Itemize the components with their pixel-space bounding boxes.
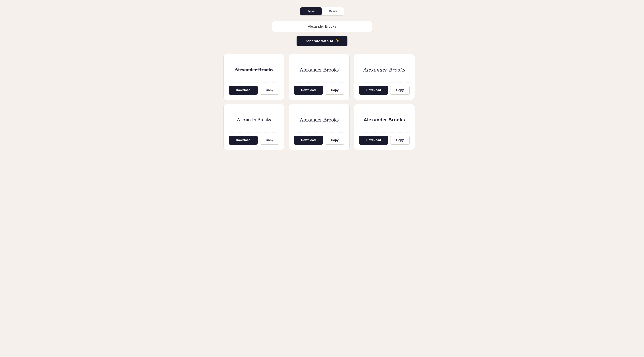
signature-actions-4: Download Copy [229,136,279,145]
signature-divider-4 [229,132,279,132]
signature-divider-3 [359,82,410,82]
download-button-1[interactable]: Download [229,86,258,95]
copy-button-4[interactable]: Copy [260,136,279,145]
signature-name-6: Alexander Brooks [364,117,405,122]
signature-card-6: Alexander Brooks Download Copy [354,104,415,150]
name-input[interactable] [272,21,372,32]
signature-display-3: Alexander Brooks [359,61,410,79]
signature-card-1: Alexander Brooks Download Copy [224,54,284,100]
signature-actions-1: Download Copy [229,86,279,95]
signature-card-4: Alexander Brooks Download Copy [224,104,284,150]
download-button-5[interactable]: Download [294,136,323,145]
download-button-2[interactable]: Download [294,86,323,95]
generate-button[interactable]: Generate with AI ✨ [296,36,347,46]
signature-name-5: Alexander Brooks [300,117,339,123]
signature-display-2: Alexander Brooks [294,61,344,79]
copy-button-2[interactable]: Copy [325,86,344,95]
signature-display-1: Alexander Brooks [229,61,279,79]
download-button-6[interactable]: Download [359,136,388,145]
signature-divider-5 [294,132,344,132]
generate-button-label: Generate with AI [304,39,333,43]
signature-display-4: Alexander Brooks [229,111,279,129]
signature-actions-5: Download Copy [294,136,344,145]
signature-card-2: Alexander Brooks Download Copy [289,54,350,100]
signature-display-6: Alexander Brooks [359,111,410,129]
copy-button-1[interactable]: Copy [260,86,279,95]
signature-name-2: Alexander Brooks [300,67,339,73]
download-button-4[interactable]: Download [229,136,258,145]
copy-button-3[interactable]: Copy [390,86,410,95]
signature-display-5: Alexander Brooks [294,111,344,129]
signature-actions-6: Download Copy [359,136,410,145]
download-button-3[interactable]: Download [359,86,388,95]
signature-divider-2 [294,82,344,82]
signature-actions-3: Download Copy [359,86,410,95]
copy-button-5[interactable]: Copy [325,136,344,145]
signature-actions-2: Download Copy [294,86,344,95]
sparkle-icon: ✨ [335,39,340,43]
signature-card-3: Alexander Brooks Download Copy [354,54,415,100]
signature-card-5: Alexander Brooks Download Copy [289,104,350,150]
type-draw-toggle: Type Draw [300,7,344,16]
signature-name-4: Alexander Brooks [237,117,271,122]
copy-button-6[interactable]: Copy [390,136,410,145]
signature-grid: Alexander Brooks Download Copy Alexander… [224,54,420,150]
signature-name-1: Alexander Brooks [234,67,273,72]
draw-toggle-button[interactable]: Draw [322,7,344,16]
type-toggle-button[interactable]: Type [300,7,322,16]
signature-divider-1 [229,82,279,82]
signature-name-3: Alexander Brooks [364,67,405,73]
signature-divider-6 [359,132,410,132]
